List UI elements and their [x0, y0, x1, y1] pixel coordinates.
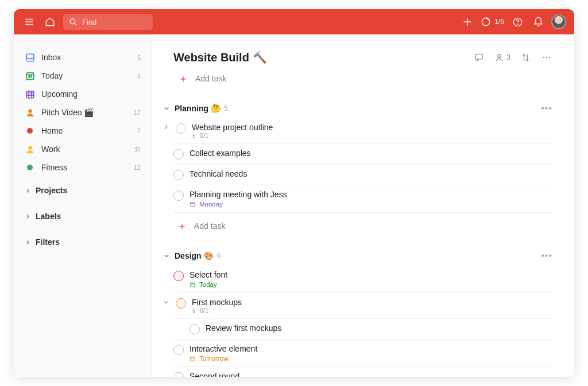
sidebar-item-work[interactable]: Work 32 [18, 140, 146, 158]
project-color-dot [27, 128, 33, 134]
sidebar-group-filters[interactable]: Filters [18, 233, 146, 251]
add-task-button[interactable]: ＋ Add task [175, 217, 552, 235]
person-icon [494, 53, 504, 63]
task-checkbox[interactable] [176, 123, 186, 134]
task-title: Website project outline [192, 123, 552, 132]
sort-button[interactable] [521, 53, 531, 63]
task-checkbox[interactable] [173, 271, 184, 281]
task-row[interactable]: Review first mockups [173, 319, 552, 340]
add-task-label: Add task [194, 221, 225, 231]
menu-icon[interactable] [22, 14, 37, 29]
quick-add-icon[interactable] [460, 14, 475, 29]
app-window: Find 1/5 Inbox 5 [14, 9, 574, 377]
notifications-icon[interactable] [531, 14, 546, 29]
task-row[interactable]: First mockups 0/1 [173, 293, 552, 319]
sidebar-item-label: Work [41, 145, 128, 154]
task-row[interactable]: Website project outline 0/1 [173, 118, 552, 144]
search-input[interactable]: Find [63, 14, 153, 30]
sidebar-item-label: Pitch Video 🎬 [41, 108, 128, 117]
task-row[interactable]: Planning meeting with Jess Monday [173, 185, 552, 213]
topbar: Find 1/5 [14, 9, 574, 34]
svg-point-21 [543, 57, 545, 59]
task-title: Technical needs [189, 169, 552, 178]
divider [24, 254, 141, 254]
search-icon [69, 18, 78, 26]
task-checkbox[interactable] [173, 170, 184, 180]
svg-point-22 [546, 57, 548, 59]
sidebar-group-label: Projects [36, 186, 67, 195]
share-button[interactable]: 3 [494, 53, 510, 63]
section-title: Design 🎨 6 [175, 251, 220, 260]
section-header[interactable]: Planning 🤔 5 ••• [163, 103, 552, 114]
sidebar-group-labels[interactable]: Labels [18, 207, 146, 225]
task-row[interactable]: Collect examples [173, 144, 552, 165]
today-icon: 03 [24, 70, 36, 81]
project-header: Website Build 🔨 3 [173, 50, 552, 64]
section-header[interactable]: Design 🎨 6 ••• [163, 251, 552, 261]
section-count: 5 [224, 104, 228, 112]
project-title[interactable]: Website Build 🔨 [173, 50, 267, 64]
task-expand-icon[interactable] [162, 124, 170, 130]
task-checkbox[interactable] [173, 149, 184, 159]
help-icon[interactable] [510, 14, 525, 29]
chevron-down-icon[interactable] [163, 252, 170, 259]
svg-line-4 [74, 23, 76, 25]
comment-icon [474, 52, 484, 63]
main-content: Website Build 🔨 3 [152, 34, 574, 377]
inbox-icon [24, 52, 36, 63]
svg-rect-26 [191, 283, 195, 287]
sidebar-group-projects[interactable]: Projects [18, 181, 146, 200]
task-checkbox[interactable] [189, 324, 200, 334]
sidebar-item-pitch-video[interactable]: Pitch Video 🎬 17 [18, 103, 146, 122]
section-more-button[interactable]: ••• [541, 251, 552, 261]
task-due-date: Tomorrow [189, 355, 552, 362]
section-title: Planning 🤔 5 [175, 104, 228, 113]
task-row[interactable]: Second round [173, 367, 552, 377]
search-placeholder: Find [82, 18, 96, 26]
task-expand-icon[interactable] [162, 299, 170, 305]
add-task-button[interactable]: ＋ Add task [176, 70, 552, 87]
task-title: Planning meeting with Jess [189, 190, 552, 199]
chevron-down-icon[interactable] [163, 105, 170, 112]
plus-icon: ＋ [178, 73, 188, 84]
task-checkbox[interactable] [173, 345, 184, 355]
divider [24, 228, 141, 228]
task-checkbox[interactable] [176, 298, 186, 309]
plus-icon: ＋ [177, 221, 187, 231]
chevron-right-icon [24, 187, 31, 194]
sidebar-item-inbox[interactable]: Inbox 5 [18, 48, 146, 67]
hammer-icon: 🔨 [253, 50, 267, 64]
task-title: Review first mockups [206, 323, 552, 333]
more-icon [541, 52, 552, 63]
sidebar-item-fitness[interactable]: Fitness 12 [18, 158, 146, 177]
comments-button[interactable] [474, 52, 484, 63]
calendar-icon [189, 201, 196, 208]
sidebar-item-count: 5 [137, 54, 141, 61]
task-row[interactable]: Technical needs [173, 165, 552, 185]
calendar-icon [189, 282, 196, 288]
sort-icon [521, 53, 531, 63]
task-due-date: Monday [189, 201, 552, 208]
sidebar-item-today[interactable]: 03 Today 1 [18, 67, 146, 85]
sidebar-item-home[interactable]: Home 7 [18, 122, 146, 140]
svg-rect-28 [191, 357, 195, 361]
task-row[interactable]: Select font Today [173, 266, 552, 293]
user-avatar[interactable] [551, 14, 566, 29]
svg-point-23 [549, 57, 551, 59]
home-icon[interactable] [42, 14, 57, 29]
sidebar-item-label: Fitness [41, 163, 128, 172]
more-button[interactable] [541, 52, 552, 63]
section-more-button[interactable]: ••• [541, 103, 552, 114]
task-row[interactable]: Interactive element Tomorrow [173, 340, 552, 367]
task-title: Select font [189, 270, 552, 279]
project-header-actions: 3 [474, 52, 552, 63]
productivity-button[interactable]: 1/5 [481, 17, 504, 27]
task-title: First mockups [192, 298, 552, 307]
sidebar-item-upcoming[interactable]: Upcoming [18, 85, 146, 103]
section-count: 6 [217, 252, 221, 260]
subtask-indicator: 0/1 [192, 132, 552, 139]
task-checkbox[interactable] [173, 372, 184, 377]
sidebar-item-count: 17 [134, 109, 141, 116]
section-design: Design 🎨 6 ••• Select font Today [173, 251, 552, 377]
task-checkbox[interactable] [173, 190, 184, 201]
